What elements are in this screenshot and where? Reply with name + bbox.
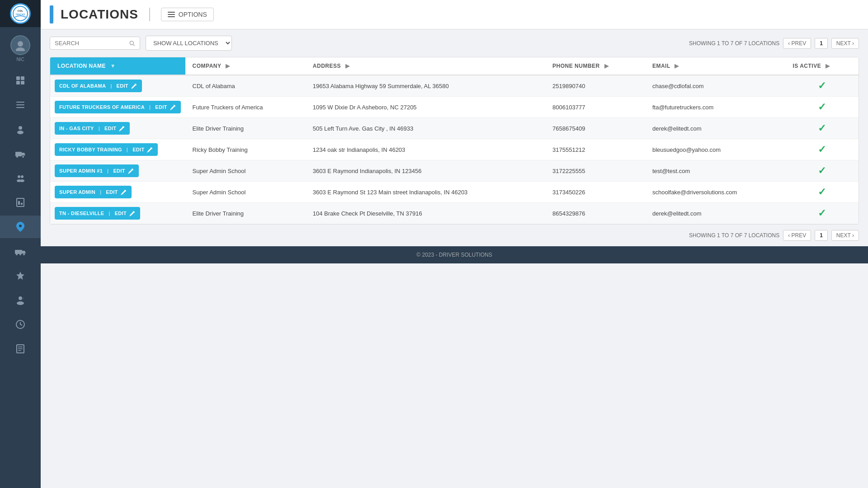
- location-button[interactable]: CDL OF ALABAMA|EDIT: [55, 80, 142, 92]
- svg-point-27: [19, 253, 21, 255]
- sort-icon-phone: ▶: [604, 63, 609, 69]
- phone-cell: 3175551212: [545, 139, 645, 160]
- svg-rect-23: [21, 203, 23, 205]
- location-button[interactable]: SUPER ADMIN|EDIT: [55, 186, 132, 198]
- col-location-name[interactable]: LOCATION NAME ▼: [50, 57, 185, 75]
- prev-button-bottom[interactable]: ‹ PREV: [783, 230, 811, 241]
- phone-cell: 3173450226: [545, 182, 645, 203]
- location-name-cell: RICKY BOBBY TRAINING|EDIT: [50, 139, 185, 160]
- svg-rect-39: [168, 14, 175, 15]
- nav-reports[interactable]: [0, 191, 41, 214]
- svg-text:i: i: [23, 297, 24, 300]
- col-is-active[interactable]: IS ACTIVE ▶: [785, 57, 859, 75]
- svg-point-4: [16, 47, 25, 51]
- col-address[interactable]: ADDRESS ▶: [306, 57, 545, 75]
- toolbar: SHOW ALL LOCATIONSACTIVE ONLYINACTIVE ON…: [41, 29, 868, 57]
- table-row: IN - GAS CITY|EDITElite Driver Training5…: [50, 118, 859, 139]
- options-icon: [168, 11, 175, 18]
- location-button[interactable]: SUPER ADMIN #1|EDIT: [55, 164, 139, 177]
- svg-point-17: [18, 175, 20, 178]
- nav-ratings[interactable]: [0, 264, 41, 287]
- phone-cell: 3172225555: [545, 160, 645, 182]
- svg-text:TRACKS: TRACKS: [16, 13, 25, 16]
- svg-rect-8: [21, 81, 24, 84]
- svg-rect-11: [16, 107, 24, 108]
- active-checkmark: ✓: [818, 207, 826, 219]
- location-btn-label: SUPER ADMIN: [59, 189, 95, 195]
- col-phone[interactable]: PHONE NUMBER ▶: [545, 57, 645, 75]
- edit-icon: [128, 168, 134, 174]
- sort-icon-address: ▶: [345, 63, 350, 69]
- table-row: CDL OF ALABAMA|EDITCDL of Alabama19653 A…: [50, 75, 859, 97]
- copyright: © 2023 - DRIVER SOLUTIONS: [416, 252, 492, 258]
- prev-icon-bottom: ‹: [788, 232, 790, 239]
- nav-instructors[interactable]: i: [0, 289, 41, 311]
- options-button[interactable]: OPTIONS: [161, 8, 214, 21]
- footer-bar: © 2023 - DRIVER SOLUTIONS: [41, 246, 868, 263]
- svg-point-16: [22, 156, 24, 158]
- nav-list[interactable]: [0, 94, 41, 116]
- col-company[interactable]: COMPANY ▶: [185, 57, 306, 75]
- avatar: [10, 35, 30, 55]
- edit-label: EDIT: [104, 126, 116, 131]
- nav-locations[interactable]: [0, 216, 41, 238]
- location-button[interactable]: FUTURE TRUCKERS OF AMERICA|EDIT: [55, 101, 181, 113]
- is-active-cell: ✓: [785, 75, 859, 97]
- svg-rect-10: [16, 104, 24, 105]
- table-row: SUPER ADMIN #1|EDITSuper Admin School360…: [50, 160, 859, 182]
- edit-icon: [121, 189, 127, 195]
- nav-users[interactable]: [0, 118, 41, 141]
- phone-cell: 8006103777: [545, 97, 645, 118]
- nav-history[interactable]: [0, 313, 41, 336]
- email-cell: test@test.com: [645, 160, 786, 182]
- edit-label: EDIT: [155, 104, 167, 110]
- svg-point-24: [19, 225, 22, 227]
- email-cell: fta@futuretruckers.com: [645, 97, 786, 118]
- edit-icon: [129, 210, 136, 216]
- edit-icon: [170, 104, 176, 110]
- location-btn-label: CDL OF ALABAMA: [59, 83, 106, 89]
- svg-point-41: [130, 41, 134, 45]
- nav-groups[interactable]: [0, 167, 41, 189]
- location-btn-label: IN - GAS CITY: [59, 126, 94, 131]
- location-button[interactable]: IN - GAS CITY|EDIT: [55, 122, 130, 135]
- active-checkmark: ✓: [818, 144, 826, 155]
- edit-label: EDIT: [106, 189, 118, 195]
- svg-point-15: [16, 156, 18, 158]
- svg-point-26: [16, 253, 18, 255]
- search-box[interactable]: [50, 37, 140, 50]
- svg-rect-22: [18, 201, 20, 205]
- is-active-cell: ✓: [785, 118, 859, 139]
- location-button[interactable]: RICKY BOBBY TRAINING|EDIT: [55, 143, 158, 156]
- active-checkmark: ✓: [818, 101, 826, 113]
- svg-line-42: [133, 44, 135, 46]
- is-active-cell: ✓: [785, 160, 859, 182]
- location-filter[interactable]: SHOW ALL LOCATIONSACTIVE ONLYINACTIVE ON…: [146, 36, 232, 51]
- nav-fleet[interactable]: [0, 240, 41, 263]
- svg-rect-14: [15, 152, 22, 156]
- nav-trucks[interactable]: [0, 142, 41, 165]
- svg-rect-6: [21, 76, 24, 80]
- sort-icon-active: ▶: [826, 63, 830, 69]
- address-cell: 19653 Alabama Highway 59 Summerdale, AL …: [306, 75, 545, 97]
- location-btn-label: FUTURE TRUCKERS OF AMERICA: [59, 104, 145, 110]
- address-cell: 3603 E Raymond St 123 Main street Indian…: [306, 182, 545, 203]
- company-cell: Super Admin School: [185, 182, 306, 203]
- next-button-bottom[interactable]: NEXT ›: [831, 230, 859, 241]
- address-cell: 3603 E Raymond Indianapolis, IN 123456: [306, 160, 545, 182]
- location-button[interactable]: TN - DIESELVILLE|EDIT: [55, 207, 140, 220]
- nav-logs[interactable]: [0, 338, 41, 360]
- phone-cell: 7658675409: [545, 118, 645, 139]
- prev-button-top[interactable]: ‹ PREV: [783, 38, 811, 49]
- next-button-top[interactable]: NEXT ›: [831, 38, 859, 49]
- sidebar: CDL TRACKS NIC: [0, 0, 41, 488]
- prev-icon: ‹: [788, 40, 790, 47]
- email-cell: bleusuedgoo@yahoo.com: [645, 139, 786, 160]
- active-checkmark: ✓: [818, 80, 826, 91]
- email-cell: derek@elitedt.com: [645, 203, 786, 224]
- table-row: FUTURE TRUCKERS OF AMERICA|EDITFuture Tr…: [50, 97, 859, 118]
- nav-dashboard[interactable]: [0, 69, 41, 92]
- svg-rect-9: [16, 102, 24, 103]
- search-input[interactable]: [55, 40, 127, 47]
- col-email[interactable]: EMAIL ▶: [645, 57, 786, 75]
